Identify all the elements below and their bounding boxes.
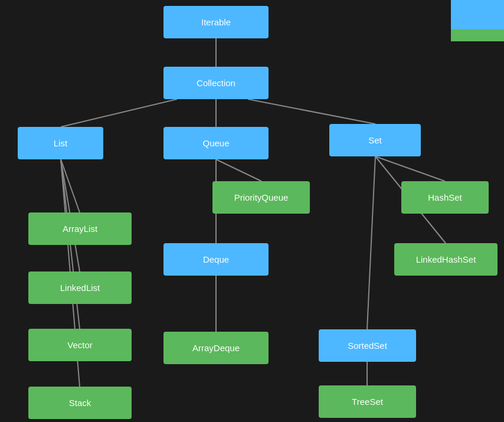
node-label-collection: Collection <box>197 78 235 88</box>
node-list[interactable]: List <box>18 127 103 159</box>
node-label-set: Set <box>368 135 382 145</box>
node-collection[interactable]: Collection <box>163 67 269 99</box>
node-linkedlist[interactable]: LinkedList <box>28 271 132 304</box>
connection-line-6 <box>375 156 445 181</box>
node-label-stack: Stack <box>69 398 91 408</box>
node-queue[interactable]: Queue <box>163 127 269 159</box>
node-label-queue: Queue <box>202 138 229 148</box>
node-label-list: List <box>54 138 67 148</box>
node-label-hashset: HashSet <box>428 192 462 202</box>
node-sortedset[interactable]: SortedSet <box>319 329 416 362</box>
node-label-vector: Vector <box>67 340 93 350</box>
node-label-linkedhashset: LinkedHashSet <box>416 254 476 264</box>
node-set[interactable]: Set <box>329 124 421 156</box>
node-arraydeque[interactable]: ArrayDeque <box>163 332 269 364</box>
node-hashset[interactable]: HashSet <box>401 181 489 214</box>
connection-line-4 <box>216 159 261 181</box>
connection-line-1 <box>61 99 177 127</box>
node-label-arraylist: ArrayList <box>63 224 97 234</box>
node-label-iterable: Iterable <box>201 17 231 27</box>
connection-line-3 <box>248 99 375 124</box>
node-label-deque: Deque <box>203 254 229 264</box>
connection-line-9 <box>61 159 80 212</box>
node-label-priorityqueue: PriorityQueue <box>234 192 289 202</box>
node-label-treeset: TreeSet <box>352 397 383 407</box>
node-linkedhashset[interactable]: LinkedHashSet <box>394 243 498 276</box>
partial-node <box>451 0 504 41</box>
node-label-arraydeque: ArrayDeque <box>192 343 240 353</box>
node-vector[interactable]: Vector <box>28 329 132 361</box>
node-arraylist[interactable]: ArrayList <box>28 212 132 245</box>
node-deque[interactable]: Deque <box>163 243 269 276</box>
connection-line-8 <box>367 156 375 329</box>
node-stack[interactable]: Stack <box>28 387 132 419</box>
node-label-sortedset: SortedSet <box>348 341 387 351</box>
node-label-linkedlist: LinkedList <box>60 283 100 293</box>
node-iterable[interactable]: Iterable <box>163 6 269 38</box>
node-priorityqueue[interactable]: PriorityQueue <box>212 181 310 214</box>
node-treeset[interactable]: TreeSet <box>319 385 416 418</box>
